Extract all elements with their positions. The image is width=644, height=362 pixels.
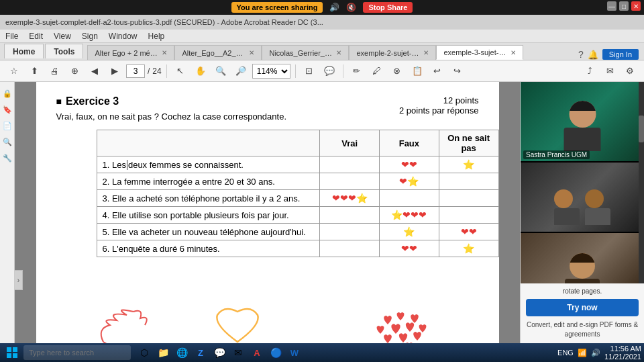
pdf-page: Exercice 3 12 points 2 points par répons… xyxy=(36,82,499,362)
taskbar-app-wechat[interactable]: 💬 xyxy=(211,345,228,361)
sidebar-pages-icon[interactable]: 📄 xyxy=(1,120,13,132)
taskbar-app-zoom[interactable]: Z xyxy=(192,345,209,361)
bell-icon[interactable]: 🔔 xyxy=(588,50,598,60)
toolbar-annotation-tool[interactable]: 💬 xyxy=(321,63,338,79)
svg-rect-3 xyxy=(13,353,17,358)
row-2-onsaitpas xyxy=(439,173,498,190)
sharing-label: You are screen sharing xyxy=(231,2,323,13)
sidebar-expand-tab[interactable]: › xyxy=(15,270,23,290)
row-4-text: 4. Elle utilise son portable plusieurs f… xyxy=(97,207,320,224)
tab-close-0[interactable]: ✕ xyxy=(162,49,167,56)
toolbar-settings-btn[interactable]: ⚙ xyxy=(621,63,639,79)
toolbar-zoomout-button[interactable]: 🔍 xyxy=(212,63,229,79)
tab-nicolas[interactable]: Nicolas_Gerrier_-_L...✕ xyxy=(262,45,349,60)
toolbar: ☆ ⬆ 🖨 ⊕ ◀ ▶ / 24 ↖ ✋ 🔍 🔎 114% 100% 150% … xyxy=(0,60,644,82)
menu-edit[interactable]: Edit xyxy=(29,32,43,41)
table-row: 3. Elle a acheté son téléphone portable … xyxy=(97,190,498,207)
tab-altarego2[interactable]: Alter Ego + 2 méth...✕ xyxy=(87,45,174,60)
zoom-select[interactable]: 114% 100% 150% 75% xyxy=(252,64,290,79)
tab-exemple2[interactable]: exemple-2-sujet-co...✕ xyxy=(349,45,436,60)
points-label: 12 points xyxy=(399,95,479,105)
taskbar-search-input[interactable] xyxy=(23,345,131,360)
toolbar-cursor-button[interactable]: ↖ xyxy=(172,63,189,79)
start-button[interactable] xyxy=(3,345,21,361)
help-icon[interactable]: ? xyxy=(578,49,584,60)
tab-tools[interactable]: Tools xyxy=(45,44,83,58)
toolbar-pen-tool[interactable]: 🖊 xyxy=(368,63,386,79)
taskbar-app-cortana[interactable]: ⬡ xyxy=(136,345,153,361)
tab-close-2[interactable]: ✕ xyxy=(336,49,341,56)
menu-view[interactable]: View xyxy=(54,32,71,41)
page-total: 24 xyxy=(152,66,161,76)
row-6-onsaitpas: ⭐ xyxy=(439,240,498,257)
window-title: exemple-3-sujet-complet-delf-a2-tous-pub… xyxy=(5,18,323,26)
sidebar-tools-icon[interactable]: 🔧 xyxy=(1,152,13,164)
toolbar-back-button[interactable]: ☆ xyxy=(5,63,23,79)
toolbar-highlight-tool[interactable]: ✏ xyxy=(348,63,366,79)
video-scrollbar-thumb[interactable] xyxy=(639,116,644,142)
toolbar-eraser-tool[interactable]: ⊗ xyxy=(388,63,406,79)
taskbar-app-explorer[interactable]: 📁 xyxy=(154,345,172,361)
toolbar-stamp-tool[interactable]: 📋 xyxy=(409,63,426,79)
tab-close-4[interactable]: ✕ xyxy=(511,49,516,56)
toolbar-redo-tool[interactable]: ↪ xyxy=(449,63,466,79)
page-number-input[interactable] xyxy=(126,64,145,78)
tab-altarego-a2[interactable]: Alter_Ego__A2__cah...✕ xyxy=(174,45,262,60)
toolbar-zoom-fit-button[interactable]: ⊕ xyxy=(66,63,83,79)
minimize-button[interactable]: — xyxy=(607,1,616,11)
exercise-table: Vrai Faux On ne sait pas 1. Lesdeux femm… xyxy=(97,130,499,257)
sign-in-button[interactable]: Sign In xyxy=(602,49,639,60)
taskbar-app-chrome2[interactable]: 🔵 xyxy=(267,345,284,361)
menu-bar: File Edit View Sign Window Help xyxy=(0,30,644,43)
tab-close-3[interactable]: ✕ xyxy=(423,49,429,56)
video-scrollbar[interactable] xyxy=(639,82,644,283)
toolbar-select-tool[interactable]: ⊡ xyxy=(301,63,318,79)
sidebar-lock-icon[interactable]: 🔒 xyxy=(1,87,13,99)
toolbar-separator-1 xyxy=(166,64,167,78)
title-bar: exemple-3-sujet-complet-delf-a2-tous-pub… xyxy=(0,15,644,30)
toolbar-hand-button[interactable]: ✋ xyxy=(192,63,209,79)
row-4-faux: ⭐❤❤❤ xyxy=(380,207,439,224)
video-section: Sastra Prancis UGM xyxy=(521,82,644,283)
toolbar-bookmark-button[interactable]: ⬆ xyxy=(25,63,43,79)
toolbar-separator-2 xyxy=(295,64,296,78)
col-header-vrai: Vrai xyxy=(320,130,380,156)
zoom-control: 114% 100% 150% 75% xyxy=(252,64,290,79)
row-1-faux: ❤❤ xyxy=(380,156,439,173)
taskbar-app-word[interactable]: W xyxy=(286,345,303,361)
video-tile-1: Sastra Prancis UGM xyxy=(521,82,644,163)
toolbar-next-page-button[interactable]: ▶ xyxy=(106,63,123,79)
toolbar-undo-tool[interactable]: ↩ xyxy=(429,63,446,79)
row-5-onsaitpas: ❤❤ xyxy=(439,224,498,240)
taskbar-app-chrome[interactable]: 🌐 xyxy=(173,345,191,361)
row-6-vrai xyxy=(320,240,380,257)
close-button[interactable]: ✕ xyxy=(631,1,641,11)
toolbar-email-btn[interactable]: ✉ xyxy=(601,63,619,79)
tab-close-1[interactable]: ✕ xyxy=(249,49,254,56)
menu-file[interactable]: File xyxy=(5,32,18,41)
taskbar-app-mail[interactable]: ✉ xyxy=(229,345,247,361)
stop-share-button[interactable]: Stop Share xyxy=(363,2,413,13)
svg-rect-1 xyxy=(13,347,17,352)
toolbar-zoomin-button[interactable]: 🔎 xyxy=(232,63,250,79)
speaker-icon: 🔊 xyxy=(329,3,339,12)
toolbar-right: ⤴ ✉ ⚙ xyxy=(581,63,639,79)
toolbar-prev-page-button[interactable]: ◀ xyxy=(86,63,103,79)
window-controls: — □ ✕ xyxy=(607,1,641,11)
promo-rotate-text: rotate pages. xyxy=(526,287,639,295)
toolbar-print-button[interactable]: 🖨 xyxy=(46,63,63,79)
toolbar-share-btn[interactable]: ⤴ xyxy=(581,63,598,79)
menu-sign[interactable]: Sign xyxy=(82,32,98,41)
tab-home[interactable]: Home xyxy=(4,44,44,58)
taskbar-lang: ENG xyxy=(557,349,574,357)
menu-window[interactable]: Window xyxy=(109,32,138,41)
tab-exemple3[interactable]: exemple-3-sujet-co...✕ xyxy=(436,45,523,60)
maximize-button[interactable]: □ xyxy=(619,1,629,11)
row-3-vrai: ❤❤❤⭐ xyxy=(320,190,380,207)
row-5-text: 5. Elle va acheter un nouveau téléphone … xyxy=(97,224,320,240)
sidebar-bookmark-icon[interactable]: 🔖 xyxy=(1,103,13,116)
taskbar-app-acrobat[interactable]: A xyxy=(248,345,266,361)
menu-help[interactable]: Help xyxy=(148,32,165,41)
sidebar-search-icon[interactable]: 🔍 xyxy=(1,136,13,148)
try-now-button[interactable]: Try now xyxy=(526,299,639,316)
